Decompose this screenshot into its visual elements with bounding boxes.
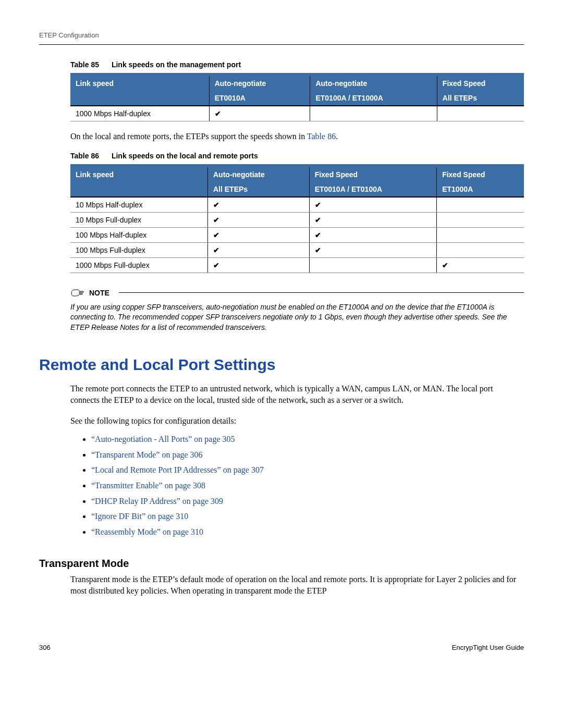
table-row: 1000 Mbps Half-duplex ✔ xyxy=(70,106,524,121)
cross-ref-link[interactable]: “Local and Remote Port IP Addresses” on … xyxy=(91,465,264,474)
note-text: If you are using copper SFP transceivers… xyxy=(70,302,524,333)
header-text: ETEP Configuration xyxy=(39,31,524,39)
subsection-heading: Transparent Mode xyxy=(39,558,524,570)
list-item: “Auto-negotiation - All Ports” on page 3… xyxy=(91,431,524,447)
cross-ref-link[interactable]: “Transparent Mode” on page 306 xyxy=(91,450,203,459)
th: All ETEPs xyxy=(437,91,524,106)
list-item: “Ignore DF Bit” on page 310 xyxy=(91,509,524,524)
th: Auto-negotiate xyxy=(310,75,437,91)
th: Fixed Speed xyxy=(437,166,524,182)
table86: Link speed Auto-negotiate Fixed Speed Fi… xyxy=(70,164,524,273)
cross-ref-link[interactable]: “Transmitter Enable” on page 308 xyxy=(91,481,205,490)
table-row: 100 Mbps Half-duplex✔✔ xyxy=(70,227,524,242)
paragraph: See the following topics for configurati… xyxy=(70,415,524,427)
table-row: 10 Mbps Full-duplex✔✔ xyxy=(70,212,524,227)
list-item: “DHCP Relay IP Address” on page 309 xyxy=(91,493,524,509)
cross-ref-link[interactable]: “DHCP Relay IP Address” on page 309 xyxy=(91,497,223,505)
note-block: NOTE If you are using copper SFP transce… xyxy=(70,288,524,333)
th: All ETEPs xyxy=(208,182,310,197)
cross-ref-link[interactable]: “Ignore DF Bit” on page 310 xyxy=(91,512,188,521)
cross-ref-link[interactable]: “Reassembly Mode” on page 310 xyxy=(91,527,203,536)
th: Link speed xyxy=(70,166,208,182)
th: Fixed Speed xyxy=(309,166,437,182)
paragraph: On the local and remote ports, the ETEPs… xyxy=(70,131,524,142)
note-rule xyxy=(119,292,524,293)
table-row: 10 Mbps Half-duplex✔✔ xyxy=(70,197,524,213)
paragraph: Transparent mode is the ETEP’s default m… xyxy=(70,574,524,596)
link-list: “Auto-negotiation - All Ports” on page 3… xyxy=(91,431,524,539)
table86-link[interactable]: Table 86 xyxy=(307,132,336,141)
table85: Link speed Auto-negotiate Auto-negotiate… xyxy=(70,73,524,121)
table86-caption: Table 86 Link speeds on the local and re… xyxy=(70,152,524,160)
hand-point-icon xyxy=(70,288,85,298)
cross-ref-link[interactable]: “Auto-negotiation - All Ports” on page 3… xyxy=(91,435,235,443)
th: Fixed Speed xyxy=(437,75,524,91)
paragraph: The remote port connects the ETEP to an … xyxy=(70,383,524,405)
th: Auto-negotiate xyxy=(209,75,310,91)
th xyxy=(70,91,209,106)
th: ET0010A xyxy=(209,91,310,106)
note-label: NOTE xyxy=(89,289,109,297)
section-heading: Remote and Local Port Settings xyxy=(39,356,524,374)
table85-caption: Table 85 Link speeds on the management p… xyxy=(70,60,524,69)
list-item: “Reassembly Mode” on page 310 xyxy=(91,524,524,540)
th: Auto-negotiate xyxy=(208,166,310,182)
list-item: “Local and Remote Port IP Addresses” on … xyxy=(91,462,524,478)
th xyxy=(70,182,208,197)
table-row: 1000 Mbps Full-duplex✔✔ xyxy=(70,257,524,273)
list-item: “Transmitter Enable” on page 308 xyxy=(91,478,524,493)
page-number: 306 xyxy=(39,644,51,651)
th: ET1000A xyxy=(437,182,524,197)
th: ET0100A / ET1000A xyxy=(310,91,437,106)
table-row: 100 Mbps Full-duplex✔✔ xyxy=(70,242,524,257)
footer: 306 EncrypTight User Guide xyxy=(39,644,524,651)
list-item: “Transparent Mode” on page 306 xyxy=(91,447,524,463)
th: ET0010A / ET0100A xyxy=(309,182,437,197)
th: Link speed xyxy=(70,75,209,91)
header-rule xyxy=(39,44,524,45)
doc-title: EncrypTight User Guide xyxy=(452,644,524,651)
